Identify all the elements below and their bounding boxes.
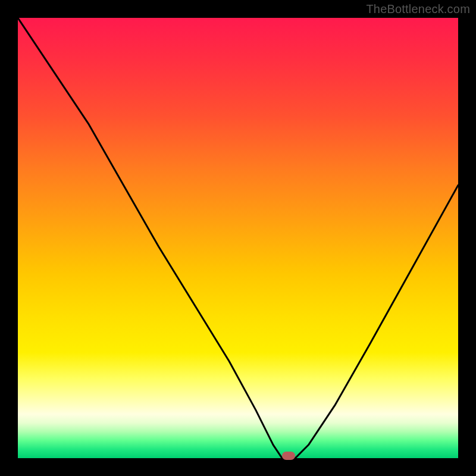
watermark-text: TheBottleneck.com	[366, 2, 470, 16]
chart-plot-area	[18, 18, 458, 458]
optimal-marker	[282, 452, 295, 460]
bottleneck-curve	[18, 18, 458, 458]
